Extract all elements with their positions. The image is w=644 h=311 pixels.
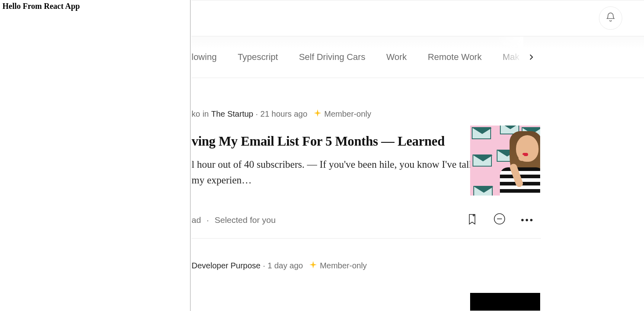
content-area: lowing Typescript Self Driving Cars Work… <box>192 0 644 311</box>
member-only-label: Member-only <box>324 109 372 119</box>
publication-link[interactable]: Developer Purpose <box>192 261 260 270</box>
notifications-button[interactable] <box>599 6 622 30</box>
publication-link[interactable]: The Startup <box>211 109 254 119</box>
minus-circle-icon <box>493 213 506 227</box>
article-thumbnail[interactable] <box>470 126 540 196</box>
tab-self-driving-cars[interactable]: Self Driving Cars <box>299 52 365 62</box>
bookmark-button[interactable] <box>466 214 478 226</box>
more-icon <box>521 219 533 221</box>
tab-mak[interactable]: Mak <box>503 52 520 62</box>
author-name-fragment[interactable]: ko <box>192 109 200 119</box>
star-icon <box>309 260 318 271</box>
react-app-title: Hello From React App <box>0 0 190 12</box>
tab-work[interactable]: Work <box>386 52 407 62</box>
in-word: in <box>202 109 209 119</box>
topic-tabs: lowing Typescript Self Driving Cars Work… <box>192 36 644 78</box>
article-card: Developer Purpose · 1 day ago Member-onl… <box>192 239 541 271</box>
article-thumbnail[interactable] <box>470 293 540 311</box>
read-time-fragment: ad <box>192 215 201 225</box>
tabs-next-button[interactable] <box>526 52 536 62</box>
left-panel: Hello From React App <box>0 0 191 311</box>
tab-following[interactable]: lowing <box>192 52 217 62</box>
member-only-label: Member-only <box>320 261 367 270</box>
bookmark-add-icon <box>466 213 478 227</box>
more-button[interactable] <box>521 214 533 226</box>
show-less-button[interactable] <box>493 214 506 226</box>
meta-dot: · <box>206 215 209 225</box>
tab-remote-work[interactable]: Remote Work <box>428 52 482 62</box>
published-time: 21 hours ago <box>260 109 308 119</box>
meta-dot: · <box>256 109 258 119</box>
published-time: 1 day ago <box>268 261 303 270</box>
bell-icon <box>605 12 616 24</box>
chevron-right-icon <box>526 56 536 63</box>
selected-for-you-label: Selected for you <box>215 215 276 225</box>
meta-dot: · <box>263 261 265 270</box>
star-icon <box>313 109 322 119</box>
topbar <box>192 0 644 36</box>
tab-typescript[interactable]: Typescript <box>237 52 278 62</box>
